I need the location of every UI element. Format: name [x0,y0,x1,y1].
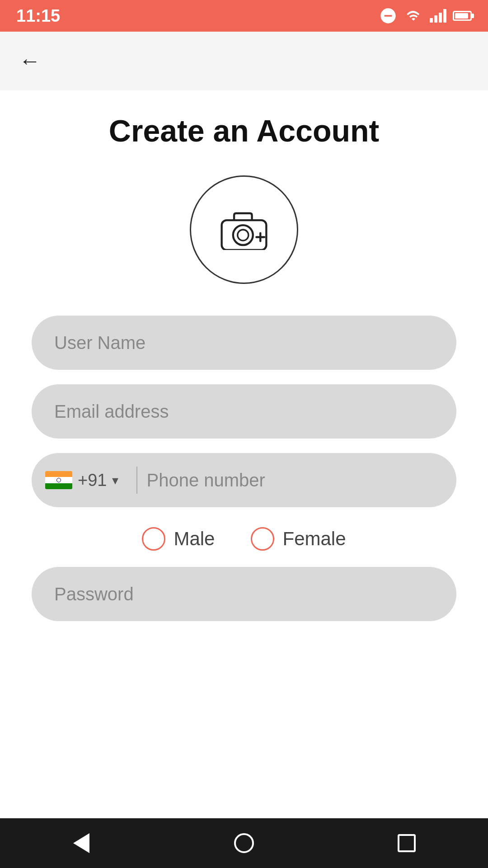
country-selector[interactable]: +91 ▾ [45,471,127,490]
gender-row: Male Female [32,527,456,551]
camera-icon [219,209,269,250]
status-bar: 11:15 [0,0,488,32]
nav-recent-icon [398,834,416,852]
status-icons [379,7,472,25]
dnd-icon [379,7,397,25]
female-radio-button[interactable] [251,527,274,551]
username-input[interactable] [32,316,456,370]
nav-back-button[interactable] [63,825,99,861]
password-input[interactable] [32,567,456,621]
country-code: +91 [78,471,107,490]
svg-point-2 [238,230,249,241]
female-label: Female [282,528,346,550]
phone-divider [136,467,137,494]
top-bar: ← [0,32,488,90]
email-input[interactable] [32,384,456,439]
signal-icon [430,9,446,23]
status-time: 11:15 [16,6,60,26]
male-label: Male [174,528,215,550]
female-radio-option[interactable]: Female [251,527,346,551]
phone-field-container: +91 ▾ [32,453,456,507]
chevron-down-icon: ▾ [112,473,118,488]
nav-home-button[interactable] [226,825,262,861]
nav-recent-button[interactable] [389,825,425,861]
back-button[interactable]: ← [16,47,43,75]
male-radio-option[interactable]: Male [142,527,215,551]
main-content: Create an Account [0,90,488,818]
wifi-icon [404,9,423,23]
bottom-nav [0,818,488,868]
page-title: Create an Account [109,113,379,148]
phone-input[interactable] [146,470,443,491]
india-flag-icon [45,471,72,489]
nav-back-icon [73,833,89,853]
back-arrow-icon: ← [19,50,41,72]
battery-icon [453,11,472,21]
male-radio-button[interactable] [142,527,165,551]
avatar-upload-button[interactable] [190,175,298,284]
nav-home-icon [234,833,254,853]
svg-point-1 [233,225,253,245]
